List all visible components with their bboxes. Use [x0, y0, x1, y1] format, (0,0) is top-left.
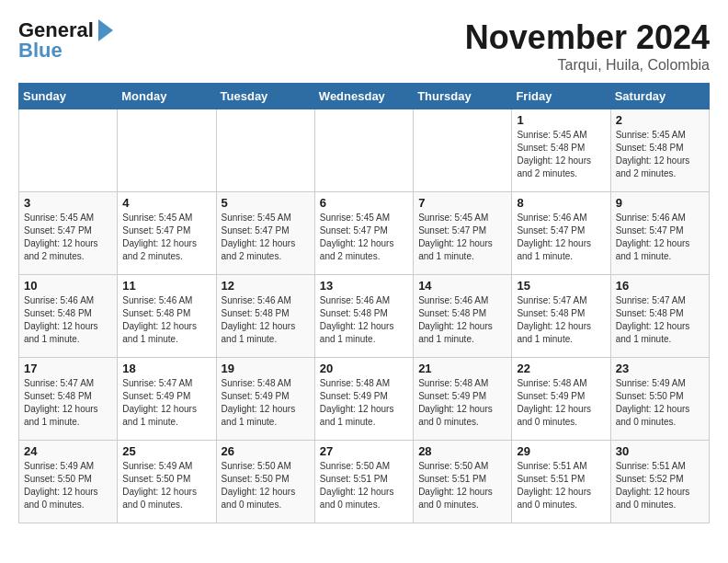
calendar-cell: 28Sunrise: 5:50 AM Sunset: 5:51 PM Dayli… [414, 441, 512, 523]
day-info: Sunrise: 5:45 AM Sunset: 5:48 PM Dayligh… [616, 129, 704, 180]
day-info: Sunrise: 5:49 AM Sunset: 5:50 PM Dayligh… [24, 460, 112, 511]
day-info: Sunrise: 5:48 AM Sunset: 5:49 PM Dayligh… [517, 377, 605, 429]
calendar-cell: 10Sunrise: 5:46 AM Sunset: 5:48 PM Dayli… [19, 275, 118, 358]
day-info: Sunrise: 5:45 AM Sunset: 5:47 PM Dayligh… [24, 212, 112, 263]
day-number: 23 [616, 362, 704, 375]
day-info: Sunrise: 5:45 AM Sunset: 5:47 PM Dayligh… [122, 212, 210, 263]
calendar-week-4: 17Sunrise: 5:47 AM Sunset: 5:48 PM Dayli… [19, 358, 710, 441]
day-info: Sunrise: 5:46 AM Sunset: 5:48 PM Dayligh… [222, 294, 310, 346]
day-info: Sunrise: 5:50 AM Sunset: 5:50 PM Dayligh… [222, 460, 310, 511]
day-number: 17 [24, 362, 112, 375]
calendar-cell [118, 109, 216, 192]
day-number: 15 [517, 279, 605, 293]
calendar-cell: 18Sunrise: 5:47 AM Sunset: 5:49 PM Dayli… [118, 358, 216, 441]
day-number: 3 [24, 196, 112, 210]
calendar-cell: 8Sunrise: 5:46 AM Sunset: 5:47 PM Daylig… [512, 192, 610, 275]
day-number: 14 [418, 279, 506, 293]
calendar-cell: 13Sunrise: 5:46 AM Sunset: 5:48 PM Dayli… [314, 275, 413, 358]
calendar-cell: 17Sunrise: 5:47 AM Sunset: 5:48 PM Dayli… [19, 358, 118, 441]
calendar-cell: 4Sunrise: 5:45 AM Sunset: 5:47 PM Daylig… [118, 192, 216, 275]
day-number: 30 [616, 444, 704, 458]
day-number: 28 [418, 444, 506, 458]
calendar-cell: 16Sunrise: 5:47 AM Sunset: 5:48 PM Dayli… [610, 275, 709, 358]
calendar-header: SundayMondayTuesdayWednesdayThursdayFrid… [19, 84, 710, 109]
day-info: Sunrise: 5:50 AM Sunset: 5:51 PM Dayligh… [320, 460, 408, 511]
calendar-cell: 14Sunrise: 5:46 AM Sunset: 5:48 PM Dayli… [414, 275, 512, 358]
calendar-cell: 19Sunrise: 5:48 AM Sunset: 5:49 PM Dayli… [216, 358, 314, 441]
day-number: 22 [517, 362, 605, 375]
calendar-cell: 25Sunrise: 5:49 AM Sunset: 5:50 PM Dayli… [118, 441, 216, 523]
day-number: 12 [222, 279, 310, 293]
calendar-cell: 15Sunrise: 5:47 AM Sunset: 5:48 PM Dayli… [512, 275, 610, 358]
day-info: Sunrise: 5:46 AM Sunset: 5:48 PM Dayligh… [122, 294, 210, 346]
day-number: 27 [320, 444, 408, 458]
day-number: 18 [122, 362, 210, 375]
day-number: 2 [616, 113, 704, 127]
calendar-cell [19, 109, 118, 192]
calendar-cell: 22Sunrise: 5:48 AM Sunset: 5:49 PM Dayli… [512, 358, 610, 441]
calendar-cell: 30Sunrise: 5:51 AM Sunset: 5:52 PM Dayli… [610, 441, 709, 523]
calendar-cell: 26Sunrise: 5:50 AM Sunset: 5:50 PM Dayli… [216, 441, 314, 523]
location: Tarqui, Huila, Colombia [465, 57, 710, 74]
day-info: Sunrise: 5:45 AM Sunset: 5:48 PM Dayligh… [517, 129, 605, 180]
day-info: Sunrise: 5:51 AM Sunset: 5:51 PM Dayligh… [517, 460, 605, 511]
day-number: 19 [222, 362, 310, 375]
calendar-cell: 23Sunrise: 5:49 AM Sunset: 5:50 PM Dayli… [610, 358, 709, 441]
calendar-cell: 7Sunrise: 5:45 AM Sunset: 5:47 PM Daylig… [414, 192, 512, 275]
day-number: 9 [616, 196, 704, 210]
day-number: 20 [320, 362, 408, 375]
calendar-cell: 11Sunrise: 5:46 AM Sunset: 5:48 PM Dayli… [118, 275, 216, 358]
header-thursday: Thursday [414, 84, 512, 109]
day-number: 5 [222, 196, 310, 210]
calendar-cell: 24Sunrise: 5:49 AM Sunset: 5:50 PM Dayli… [19, 441, 118, 523]
calendar-week-3: 10Sunrise: 5:46 AM Sunset: 5:48 PM Dayli… [19, 275, 710, 358]
day-number: 7 [418, 196, 506, 210]
day-info: Sunrise: 5:45 AM Sunset: 5:47 PM Dayligh… [418, 212, 506, 263]
day-info: Sunrise: 5:46 AM Sunset: 5:48 PM Dayligh… [418, 294, 506, 346]
calendar-cell: 2Sunrise: 5:45 AM Sunset: 5:48 PM Daylig… [610, 109, 709, 192]
day-info: Sunrise: 5:48 AM Sunset: 5:49 PM Dayligh… [418, 377, 506, 429]
header-tuesday: Tuesday [216, 84, 314, 109]
day-info: Sunrise: 5:50 AM Sunset: 5:51 PM Dayligh… [418, 460, 506, 511]
day-info: Sunrise: 5:47 AM Sunset: 5:48 PM Dayligh… [24, 377, 112, 429]
calendar-cell [314, 109, 413, 192]
title-block: November 2024 Tarqui, Huila, Colombia [465, 18, 710, 74]
header-monday: Monday [118, 84, 216, 109]
calendar-cell [414, 109, 512, 192]
calendar-week-2: 3Sunrise: 5:45 AM Sunset: 5:47 PM Daylig… [19, 192, 710, 275]
calendar-cell: 27Sunrise: 5:50 AM Sunset: 5:51 PM Dayli… [314, 441, 413, 523]
day-number: 11 [122, 279, 210, 293]
day-info: Sunrise: 5:46 AM Sunset: 5:48 PM Dayligh… [320, 294, 408, 346]
logo-arrow-icon [98, 19, 113, 41]
day-info: Sunrise: 5:51 AM Sunset: 5:52 PM Dayligh… [616, 460, 704, 511]
day-info: Sunrise: 5:48 AM Sunset: 5:49 PM Dayligh… [222, 377, 310, 429]
day-number: 6 [320, 196, 408, 210]
calendar-cell: 1Sunrise: 5:45 AM Sunset: 5:48 PM Daylig… [512, 109, 610, 192]
calendar-cell: 3Sunrise: 5:45 AM Sunset: 5:47 PM Daylig… [19, 192, 118, 275]
calendar-cell: 5Sunrise: 5:45 AM Sunset: 5:47 PM Daylig… [216, 192, 314, 275]
day-info: Sunrise: 5:45 AM Sunset: 5:47 PM Dayligh… [320, 212, 408, 263]
header-saturday: Saturday [610, 84, 709, 109]
day-number: 26 [222, 444, 310, 458]
day-info: Sunrise: 5:46 AM Sunset: 5:47 PM Dayligh… [517, 212, 605, 263]
calendar-cell: 21Sunrise: 5:48 AM Sunset: 5:49 PM Dayli… [414, 358, 512, 441]
calendar-cell: 6Sunrise: 5:45 AM Sunset: 5:47 PM Daylig… [314, 192, 413, 275]
day-number: 21 [418, 362, 506, 375]
day-info: Sunrise: 5:46 AM Sunset: 5:47 PM Dayligh… [616, 212, 704, 263]
day-info: Sunrise: 5:49 AM Sunset: 5:50 PM Dayligh… [122, 460, 210, 511]
calendar-cell: 20Sunrise: 5:48 AM Sunset: 5:49 PM Dayli… [314, 358, 413, 441]
calendar-cell: 29Sunrise: 5:51 AM Sunset: 5:51 PM Dayli… [512, 441, 610, 523]
day-number: 8 [517, 196, 605, 210]
day-number: 4 [122, 196, 210, 210]
calendar-table: SundayMondayTuesdayWednesdayThursdayFrid… [18, 83, 710, 523]
header-wednesday: Wednesday [314, 84, 413, 109]
day-info: Sunrise: 5:45 AM Sunset: 5:47 PM Dayligh… [222, 212, 310, 263]
day-number: 25 [122, 444, 210, 458]
calendar-week-5: 24Sunrise: 5:49 AM Sunset: 5:50 PM Dayli… [19, 441, 710, 523]
calendar-cell: 9Sunrise: 5:46 AM Sunset: 5:47 PM Daylig… [610, 192, 709, 275]
header-sunday: Sunday [19, 84, 118, 109]
calendar-cell: 12Sunrise: 5:46 AM Sunset: 5:48 PM Dayli… [216, 275, 314, 358]
day-number: 24 [24, 444, 112, 458]
day-number: 16 [616, 279, 704, 293]
day-number: 29 [517, 444, 605, 458]
